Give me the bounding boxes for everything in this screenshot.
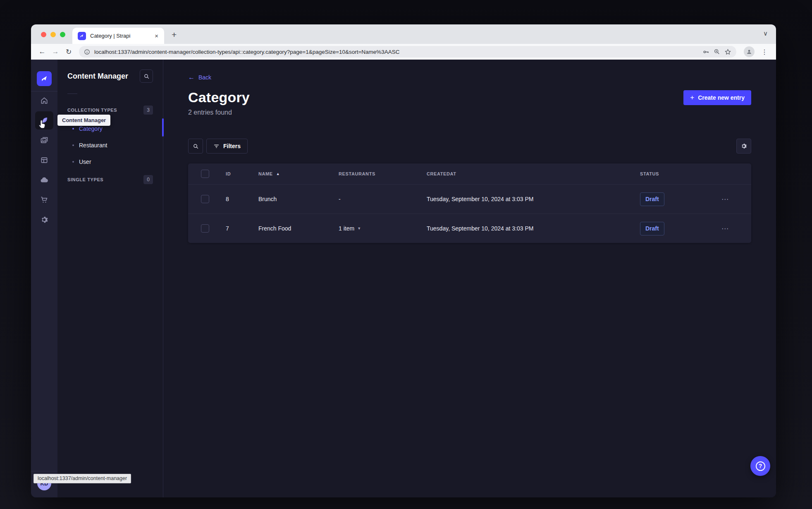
help-icon: ? xyxy=(756,461,765,471)
table-search-button[interactable] xyxy=(188,139,203,154)
table-header-row: ID NAME ▲ RESTAURANTS CREATEDAT STATUS xyxy=(188,163,751,184)
sidebar-item-label: Restaurant xyxy=(79,142,107,149)
close-window-button[interactable] xyxy=(41,32,46,37)
nav-media-library-icon[interactable] xyxy=(35,131,53,149)
browser-toolbar: ← → ↻ localhost:1337/admin/content-manag… xyxy=(31,44,776,60)
status-badge: Draft xyxy=(640,192,664,206)
status-badge: Draft xyxy=(640,222,664,235)
filters-label: Filters xyxy=(223,143,241,149)
row-checkbox[interactable] xyxy=(201,224,209,233)
browser-menu-icon[interactable]: ⋮ xyxy=(759,48,770,56)
bullet-icon xyxy=(72,144,74,146)
single-types-label: SINGLE TYPES xyxy=(67,177,103,182)
cell-id: 7 xyxy=(226,225,258,232)
forward-nav-icon[interactable]: → xyxy=(50,48,61,56)
cell-createdat: Tuesday, September 10, 2024 at 3:03 PM xyxy=(427,196,640,202)
content-manager-tooltip: Content Manager xyxy=(57,115,110,126)
single-types-count: 0 xyxy=(143,175,153,184)
bullet-icon xyxy=(72,161,74,163)
help-button[interactable]: ? xyxy=(750,456,770,476)
bookmark-star-icon[interactable] xyxy=(724,48,731,55)
browser-tab[interactable]: Category | Strapi × xyxy=(72,28,164,44)
entries-count: 2 entries found xyxy=(188,109,250,116)
rail-bottom-divider xyxy=(31,471,57,471)
back-arrow-icon: ← xyxy=(188,74,195,81)
main-nav-rail: KD xyxy=(31,60,57,497)
column-header-status[interactable]: STATUS xyxy=(640,171,721,176)
browser-window: Category | Strapi × + ∨ ← → ↻ localhost:… xyxy=(31,24,776,497)
reload-icon[interactable]: ↻ xyxy=(63,48,74,56)
new-tab-button[interactable]: + xyxy=(172,30,177,39)
browser-profile-avatar[interactable] xyxy=(744,46,755,57)
collection-types-count: 3 xyxy=(143,106,153,115)
entries-table: ID NAME ▲ RESTAURANTS CREATEDAT STATUS 8… xyxy=(188,163,751,243)
tab-search-chevron-icon[interactable]: ∨ xyxy=(763,30,768,37)
view-settings-gear-button[interactable] xyxy=(736,139,751,154)
cell-createdat: Tuesday, September 10, 2024 at 3:03 PM xyxy=(427,225,640,232)
select-all-checkbox[interactable] xyxy=(201,170,209,178)
password-key-icon[interactable] xyxy=(702,48,709,55)
filters-button[interactable]: Filters xyxy=(206,139,248,154)
nav-home-icon[interactable] xyxy=(35,91,53,110)
nav-marketplace-icon[interactable] xyxy=(35,191,53,209)
url-bar[interactable]: localhost:1337/admin/content-manager/col… xyxy=(79,46,736,58)
cell-name: Brunch xyxy=(258,196,339,202)
strapi-app: KD Content Manager COLLECTION TYPES 3 Ca… xyxy=(31,60,776,497)
collection-types-label: COLLECTION TYPES xyxy=(67,108,117,113)
nav-settings-icon[interactable] xyxy=(35,211,53,229)
row-actions-menu-icon[interactable]: ⋯ xyxy=(721,195,751,204)
subnav-title: Content Manager xyxy=(67,72,128,81)
table-row[interactable]: 8 Brunch - Tuesday, September 10, 2024 a… xyxy=(188,184,751,214)
tab-close-icon[interactable]: × xyxy=(153,32,160,40)
back-label: Back xyxy=(198,74,211,81)
nav-content-type-builder-icon[interactable] xyxy=(35,151,53,169)
column-header-id[interactable]: ID xyxy=(226,171,258,176)
cell-restaurants: - xyxy=(339,196,427,202)
filter-icon xyxy=(213,143,220,149)
active-item-indicator xyxy=(162,118,164,137)
row-actions-menu-icon[interactable]: ⋯ xyxy=(721,224,751,233)
nav-cloud-icon[interactable] xyxy=(35,171,53,189)
sort-ascending-icon: ▲ xyxy=(276,172,280,176)
main-content: ← Back Category 2 entries found + Create… xyxy=(163,60,776,497)
subnav-search-button[interactable] xyxy=(140,70,153,83)
plus-icon: + xyxy=(690,94,694,102)
zoom-page-icon[interactable] xyxy=(714,48,720,55)
strapi-logo[interactable] xyxy=(37,71,52,86)
nav-content-manager-icon[interactable] xyxy=(35,111,53,130)
sidebar-item-user[interactable]: User xyxy=(57,154,163,170)
sidebar-item-label: User xyxy=(79,158,91,165)
browser-tabstrip: Category | Strapi × + ∨ xyxy=(31,24,776,44)
bullet-icon xyxy=(72,128,74,130)
row-checkbox[interactable] xyxy=(201,195,209,203)
strapi-favicon-icon xyxy=(78,32,86,40)
back-nav-icon[interactable]: ← xyxy=(37,48,48,56)
link-status-bar: localhost:1337/admin/content-manager xyxy=(33,474,131,483)
cell-name: French Food xyxy=(258,225,339,232)
page-title: Category xyxy=(188,89,250,106)
minimize-window-button[interactable] xyxy=(50,32,56,37)
column-header-createdat[interactable]: CREATEDAT xyxy=(427,171,640,176)
zoom-window-button[interactable] xyxy=(60,32,65,37)
cell-restaurants[interactable]: 1 item ▼ xyxy=(339,225,427,232)
tab-title: Category | Strapi xyxy=(90,33,149,39)
sidebar-item-label: Category xyxy=(79,125,103,132)
subnav-divider xyxy=(67,94,77,94)
column-header-name[interactable]: NAME ▲ xyxy=(258,171,339,176)
cell-id: 8 xyxy=(226,196,258,202)
column-header-restaurants[interactable]: RESTAURANTS xyxy=(339,171,427,176)
back-link[interactable]: ← Back xyxy=(188,74,211,81)
create-new-entry-button[interactable]: + Create new entry xyxy=(683,90,751,105)
single-types-section: SINGLE TYPES 0 xyxy=(57,175,163,184)
chevron-down-icon: ▼ xyxy=(357,226,361,230)
traffic-lights xyxy=(41,32,65,37)
table-row[interactable]: 7 French Food 1 item ▼ Tuesday, Septembe… xyxy=(188,214,751,243)
create-button-label: Create new entry xyxy=(698,94,745,101)
sidebar-item-restaurant[interactable]: Restaurant xyxy=(57,137,163,154)
site-info-icon[interactable] xyxy=(84,49,90,55)
collection-types-section: COLLECTION TYPES 3 xyxy=(57,106,163,115)
url-text[interactable]: localhost:1337/admin/content-manager/col… xyxy=(94,49,698,55)
